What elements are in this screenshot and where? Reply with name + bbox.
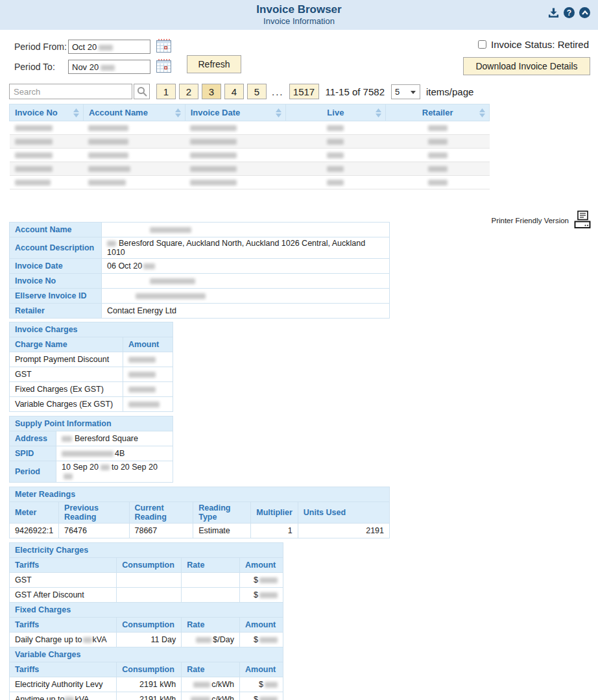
col-header-charge-name: Charge Name bbox=[10, 337, 123, 352]
col-header-rate: Rate bbox=[182, 558, 240, 573]
col-header-consumption: Consumption bbox=[117, 558, 182, 573]
redacted-value bbox=[88, 180, 126, 186]
redacted-value bbox=[190, 152, 237, 158]
col-header-amount: Amount bbox=[123, 337, 173, 352]
redacted-value bbox=[190, 125, 237, 131]
app-header: Invoice Browser Invoice Information ? bbox=[0, 0, 598, 30]
rate-unit: c/kWh bbox=[211, 695, 234, 700]
redacted-value bbox=[428, 166, 448, 172]
redacted-value bbox=[107, 241, 116, 247]
section-title: Invoice Charges bbox=[10, 322, 173, 337]
spid-value: 4B bbox=[115, 449, 125, 458]
charge-name: Prompt Payment Discount bbox=[10, 352, 123, 367]
reading-type: Estimate bbox=[193, 524, 251, 538]
download-icon[interactable] bbox=[548, 7, 559, 18]
detail-label: Account Description bbox=[10, 237, 102, 259]
collapse-icon[interactable] bbox=[579, 7, 590, 18]
redacted-value bbox=[150, 278, 195, 284]
detail-label: Ellserve Invoice ID bbox=[10, 289, 102, 304]
page-button-5[interactable]: 5 bbox=[247, 84, 267, 99]
redacted-value bbox=[15, 180, 51, 186]
table-row[interactable] bbox=[10, 135, 490, 149]
section-title: Electricity Charges bbox=[10, 543, 283, 558]
redacted-value bbox=[88, 152, 128, 158]
charge-name: Fixed Charges (Ex GST) bbox=[10, 382, 123, 397]
meter-readings-table: Meter Readings Meter Previous Reading Cu… bbox=[9, 487, 390, 538]
download-invoice-details-button[interactable]: Download Invoice Details bbox=[463, 57, 590, 75]
redacted-value bbox=[327, 139, 344, 145]
page-subtitle: Invoice Information bbox=[0, 16, 598, 26]
tariff-name: GST bbox=[10, 573, 117, 588]
col-header-multiplier: Multiplier bbox=[251, 502, 298, 524]
retailer-value: Contact Energy Ltd bbox=[102, 304, 390, 319]
tariff-name: Daily Charge up tokVA bbox=[10, 633, 117, 647]
consumption-value: 2191 kWh bbox=[117, 692, 182, 700]
redacted-value bbox=[15, 139, 53, 145]
redacted-value bbox=[428, 125, 448, 131]
table-row[interactable] bbox=[10, 121, 490, 135]
search-input[interactable] bbox=[9, 84, 132, 99]
redacted-value bbox=[327, 152, 344, 158]
col-header-live[interactable]: Live bbox=[285, 104, 386, 121]
invoice-status-checkbox[interactable] bbox=[478, 40, 486, 49]
sort-icon[interactable] bbox=[73, 108, 79, 119]
items-per-page-label: items/page bbox=[426, 86, 473, 97]
supply-point-table: Supply Point Information Address Beresfo… bbox=[9, 416, 173, 483]
redacted-value bbox=[88, 125, 128, 131]
redacted-value bbox=[99, 45, 113, 51]
col-header-retailer[interactable]: Retailer bbox=[386, 104, 490, 121]
table-row[interactable] bbox=[10, 162, 490, 176]
table-row[interactable] bbox=[10, 149, 490, 162]
page-button-4[interactable]: 4 bbox=[224, 84, 244, 99]
sort-icon[interactable] bbox=[376, 108, 381, 119]
period-from-calendar-icon[interactable] bbox=[156, 39, 171, 53]
detail-label: Retailer bbox=[10, 304, 102, 319]
redacted-value bbox=[150, 227, 191, 233]
section-title: Supply Point Information bbox=[10, 416, 173, 431]
col-header-consumption: Consumption bbox=[117, 662, 182, 677]
page-button-2[interactable]: 2 bbox=[179, 84, 198, 99]
items-per-page-select[interactable]: 5 bbox=[391, 84, 420, 99]
detail-label: Account Name bbox=[10, 223, 102, 237]
col-header-invoice-no[interactable]: Invoice No bbox=[10, 104, 84, 121]
col-header-consumption: Consumption bbox=[117, 618, 182, 633]
period-to-input[interactable]: Nov 20 bbox=[68, 60, 150, 74]
redacted-value bbox=[15, 152, 53, 158]
charge-row: GST $ bbox=[10, 573, 283, 588]
table-row[interactable] bbox=[10, 176, 490, 189]
search-pagination-row: 1 2 3 4 5 ... 1517 11-15 of 7582 5 items… bbox=[9, 83, 598, 100]
search-icon[interactable] bbox=[134, 84, 150, 99]
page-button-last[interactable]: 1517 bbox=[289, 84, 319, 99]
col-header-account-name[interactable]: Account Name bbox=[83, 104, 185, 121]
sort-icon[interactable] bbox=[479, 108, 485, 119]
redacted-value bbox=[88, 139, 128, 145]
redacted-value bbox=[136, 293, 206, 299]
redacted-value bbox=[143, 263, 155, 269]
col-header-tariffs: Tariffs bbox=[10, 662, 117, 677]
redacted-value bbox=[62, 451, 114, 457]
page-button-1[interactable]: 1 bbox=[156, 84, 176, 99]
help-icon[interactable]: ? bbox=[564, 7, 575, 18]
rate-unit: c/kWh bbox=[211, 680, 234, 689]
redacted-value bbox=[64, 474, 73, 479]
detail-label: Period bbox=[10, 461, 56, 483]
period-from-input[interactable]: Oct 20 bbox=[68, 40, 150, 54]
detail-label: SPID bbox=[10, 446, 56, 461]
sort-icon[interactable] bbox=[276, 108, 281, 119]
pagination-ellipsis: ... bbox=[270, 86, 286, 97]
header-icons: ? bbox=[548, 7, 590, 18]
period-to-label: Period To: bbox=[14, 62, 55, 72]
redacted-value bbox=[428, 180, 448, 186]
charge-name: GST bbox=[10, 367, 123, 382]
col-header-invoice-date[interactable]: Invoice Date bbox=[185, 104, 285, 121]
period-to-calendar-icon[interactable] bbox=[156, 59, 171, 73]
redacted-value bbox=[101, 465, 110, 470]
col-header-meter: Meter bbox=[10, 502, 59, 524]
pagination: 1 2 3 4 5 ... 1517 bbox=[156, 84, 319, 99]
redacted-value bbox=[259, 637, 278, 643]
refresh-button[interactable]: Refresh bbox=[187, 55, 241, 73]
printer-friendly-link[interactable]: Printer Friendly Version bbox=[491, 210, 592, 231]
page-button-3-active[interactable]: 3 bbox=[202, 84, 221, 99]
sort-icon[interactable] bbox=[175, 108, 181, 119]
redacted-value bbox=[128, 387, 156, 392]
